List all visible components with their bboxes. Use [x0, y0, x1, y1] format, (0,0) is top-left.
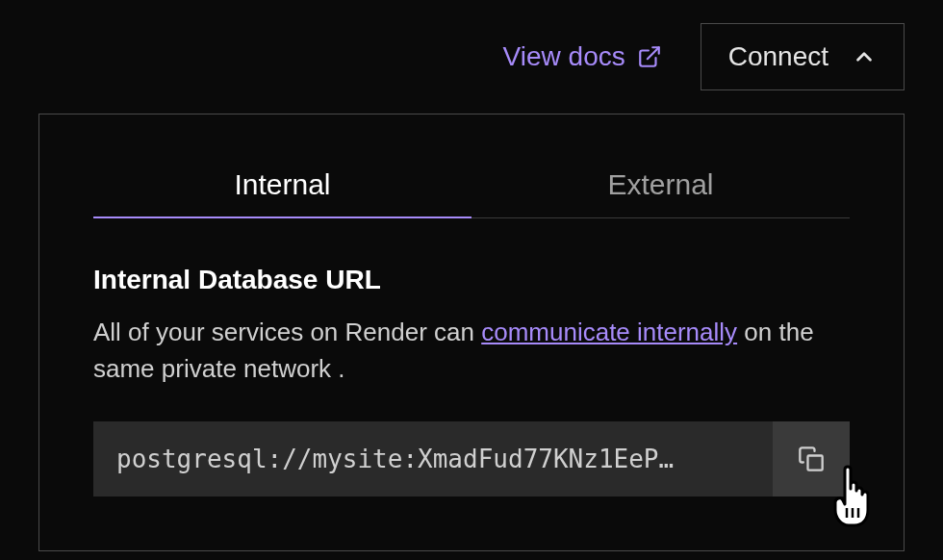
chevron-up-icon — [852, 44, 877, 69]
tab-external[interactable]: External — [472, 153, 850, 218]
connect-label: Connect — [728, 41, 828, 72]
database-url-field[interactable]: postgresql://mysite:XmadFud77KNz1EeP… — [93, 421, 773, 496]
copy-icon — [798, 445, 825, 472]
section-title: Internal Database URL — [93, 265, 850, 295]
view-docs-label: View docs — [503, 41, 625, 72]
view-docs-link[interactable]: View docs — [503, 41, 662, 72]
section-description: All of your services on Render can commu… — [93, 315, 850, 387]
desc-prefix: All of your services on Render can — [93, 318, 481, 346]
internal-content: Internal Database URL All of your servic… — [93, 265, 850, 496]
copy-button[interactable] — [773, 421, 850, 496]
communicate-internally-link[interactable]: communicate internally — [481, 318, 737, 346]
url-row: postgresql://mysite:XmadFud77KNz1EeP… — [93, 421, 850, 496]
svg-rect-1 — [808, 456, 823, 471]
tab-internal[interactable]: Internal — [93, 153, 472, 218]
connect-button[interactable]: Connect — [701, 23, 905, 90]
tabs-row: Internal External — [93, 153, 850, 218]
external-link-icon — [637, 44, 662, 69]
svg-line-0 — [648, 47, 659, 59]
connection-panel: Internal External Internal Database URL … — [38, 114, 905, 551]
